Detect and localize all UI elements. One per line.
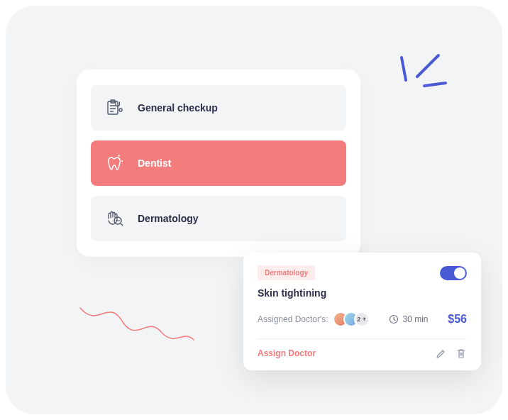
clipboard-stethoscope-icon — [105, 98, 125, 118]
clock-icon — [389, 314, 399, 324]
doctor-avatar-more[interactable]: 2 + — [354, 311, 370, 327]
edit-icon[interactable] — [436, 348, 447, 359]
app-canvas: General checkup Dentist D — [6, 6, 502, 414]
tooth-sparkle-icon — [105, 153, 125, 173]
category-item-label: Dermatology — [138, 213, 199, 224]
category-item-dermatology[interactable]: Dermatology — [91, 196, 346, 241]
svg-point-5 — [119, 109, 122, 111]
hand-magnifier-icon — [105, 209, 125, 228]
assigned-doctors-label: Assigned Doctor's: — [258, 314, 328, 324]
delete-icon[interactable] — [455, 348, 467, 359]
service-detail-card: Dermatology Skin tightining Assigned Doc… — [243, 253, 481, 370]
service-active-toggle[interactable] — [440, 266, 467, 280]
divider — [258, 338, 467, 339]
assigned-doctors: Assigned Doctor's: 2 + — [258, 311, 370, 327]
category-item-label: General checkup — [138, 102, 218, 114]
service-price: $56 — [448, 313, 467, 326]
category-item-dentist[interactable]: Dentist — [91, 140, 346, 186]
category-list-card: General checkup Dentist D — [77, 70, 360, 257]
duration-text: 30 min — [402, 314, 428, 324]
service-duration: 30 min — [389, 314, 428, 324]
svg-line-8 — [121, 223, 123, 226]
category-item-general-checkup[interactable]: General checkup — [91, 85, 346, 131]
decorative-red-squiggle — [77, 301, 197, 350]
svg-point-6 — [121, 160, 123, 162]
category-badge: Dermatology — [258, 265, 315, 280]
decorative-blue-accent — [396, 52, 453, 94]
category-item-label: Dentist — [138, 158, 171, 169]
service-title: Skin tightining — [258, 287, 467, 299]
assign-doctor-link[interactable]: Assign Doctor — [258, 348, 316, 358]
